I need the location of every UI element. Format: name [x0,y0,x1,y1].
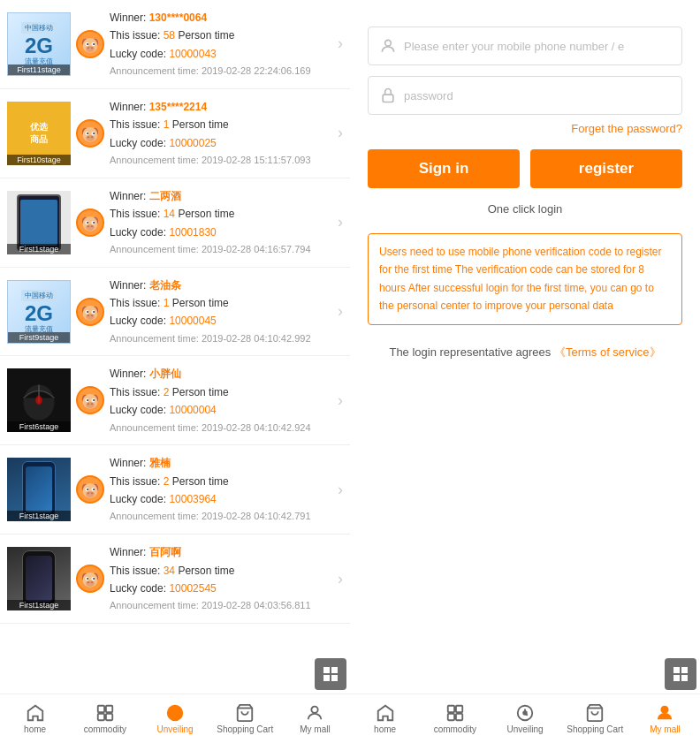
forget-password-link[interactable]: Forget the password? [368,122,682,135]
svg-point-37 [86,314,95,320]
lucky-row: Lucky code: 10003964 [110,490,334,508]
svg-point-32 [91,225,94,227]
nav-item-home[interactable]: home [0,703,70,734]
announcement-row: Announcement time: 2019-02-28 04:10:42.7… [110,508,334,525]
svg-point-15 [86,135,95,141]
svg-rect-85 [106,706,112,712]
avatar [76,386,104,414]
avatar [76,30,104,58]
svg-point-77 [93,578,95,580]
lucky-row: Lucky code: 10000004 [110,401,334,419]
svg-point-92 [385,40,392,46]
notice-box: Users need to use mobile phone verificat… [368,233,682,325]
signin-button[interactable]: Sign in [368,149,520,188]
nav-label: My mall [650,724,680,734]
svg-point-56 [88,404,90,406]
nav-item-commodity[interactable]: commodity [70,703,140,734]
left-panel: 中国移动 2G 流量充值 First11stage Winner: 130***… [0,0,350,743]
nav-item-right-unveiling[interactable]: Unveiling [490,703,559,734]
lucky-row: Lucky code: 10000045 [110,312,334,330]
svg-point-18 [87,133,88,134]
winner-item[interactable]: First1stage Winner: 二两酒 This issue: 14 P… [0,178,350,268]
winner-item[interactable]: 中国移动 2G 流量充值 First9stage Winner: 老油条 Thi… [0,268,350,357]
avatar [76,208,104,237]
announcement-row: Announcement time: 2019-02-28 15:11:57.0… [110,152,334,169]
lucky-row: Lucky code: 10000025 [110,134,334,152]
winner-item[interactable]: 中国移动 2G 流量充值 First11stage Winner: 130***… [0,0,350,89]
avatar [76,565,104,593]
right-panel: Forget the password? Sign in register On… [350,0,700,743]
bottom-nav-right: homecommodityUnveilingShopping CartMy ma… [350,694,700,743]
winner-name-row: Winner: 小胖仙 [110,365,334,383]
svg-rect-87 [106,714,112,720]
svg-point-42 [88,315,90,316]
nav-item-right-commodity[interactable]: commodity [420,703,490,734]
announcement-row: Announcement time: 2019-02-28 22:24:06.1… [110,63,334,80]
winner-info: Winner: 雅楠 This issue: 2 Person time Luc… [110,454,334,525]
nav-label: Unveiling [156,724,193,734]
svg-rect-86 [98,714,104,720]
chevron-right-icon: › [338,124,343,142]
svg-rect-98 [448,706,454,712]
nav-item-my-mall[interactable]: My mall [280,703,350,734]
svg-rect-100 [448,714,454,720]
chevron-right-icon: › [338,481,343,499]
terms-link[interactable]: 《Terms of service》 [554,345,661,359]
svg-point-68 [91,492,94,494]
one-click-login[interactable]: One click login [368,202,682,216]
issue-row: This issue: 14 Person time [110,205,334,223]
svg-point-7 [87,43,88,45]
product-image: First6stage [7,368,71,432]
svg-point-105 [662,707,668,713]
nav-item-right-home[interactable]: home [350,703,420,734]
svg-point-62 [86,491,95,497]
grid-button-left[interactable] [315,658,346,690]
winner-item[interactable]: First1stage Winner: 百阿啊 This issue: 34 P… [0,535,350,624]
svg-rect-96 [673,675,680,681]
svg-point-89 [173,711,177,715]
nav-item-unveiling[interactable]: Unveiling [140,703,209,734]
svg-point-54 [87,399,88,401]
grid-button-right[interactable] [665,658,696,690]
nav-label: Shopping Cart [567,724,623,734]
nav-label: commodity [434,724,476,734]
issue-row: This issue: 2 Person time [110,473,334,490]
winner-name-row: Winner: 130****0064 [110,9,334,27]
phone-input[interactable] [404,40,671,53]
svg-point-51 [86,402,95,408]
winner-item[interactable]: 优选商品 First10stage Winner: 135****2214 Th… [0,89,350,178]
svg-rect-82 [323,675,330,681]
nav-item-right-shopping-cart[interactable]: Shopping Cart [560,703,630,734]
issue-row: This issue: 34 Person time [110,562,334,580]
avatar [76,475,104,504]
svg-point-65 [87,489,88,490]
password-input[interactable] [404,89,671,102]
svg-point-73 [86,580,95,587]
svg-rect-84 [98,706,104,712]
winner-info: Winner: 130****0064 This issue: 58 Perso… [110,9,334,80]
avatar [76,298,104,326]
chevron-right-icon: › [338,213,343,231]
lucky-row: Lucky code: 10002545 [110,580,334,597]
auth-buttons: Sign in register [368,149,682,188]
login-section: Forget the password? Sign in register On… [350,0,700,694]
announcement-row: Announcement time: 2019-02-28 04:10:42.9… [110,420,334,436]
svg-point-8 [93,43,95,45]
svg-point-41 [93,310,95,312]
svg-rect-94 [673,667,680,673]
person-icon [379,37,397,55]
nav-label: commodity [84,724,126,734]
svg-point-55 [93,399,95,401]
product-image: First1stage [7,547,71,610]
winner-list: 中国移动 2G 流量充值 First11stage Winner: 130***… [0,0,350,694]
nav-item-shopping-cart[interactable]: Shopping Cart [210,703,280,734]
product-image: First1stage [7,191,71,254]
winner-item[interactable]: First1stage Winner: 雅楠 This issue: 2 Per… [0,445,350,535]
svg-rect-99 [456,706,462,712]
svg-point-76 [87,578,88,580]
register-button[interactable]: register [530,149,682,188]
product-image: 中国移动 2G 流量充值 First9stage [7,280,71,344]
winner-item[interactable]: First6stage Winner: 小胖仙 This issue: 2 Pe… [0,356,350,445]
nav-item-right-my-mall[interactable]: My mall [630,703,700,734]
svg-point-46 [35,396,42,405]
